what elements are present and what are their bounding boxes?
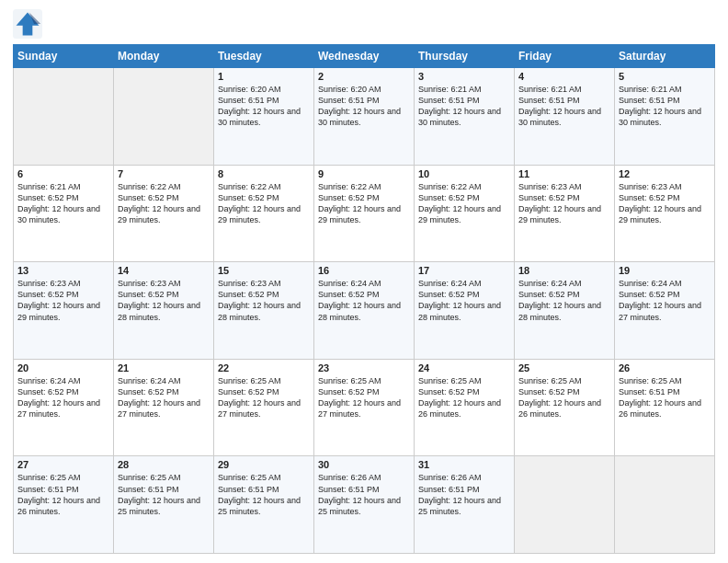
week-row-1: 1Sunrise: 6:20 AMSunset: 6:51 PMDaylight… (14, 68, 715, 166)
day-number: 21 (118, 362, 210, 373)
day-number: 5 (619, 71, 711, 82)
day-cell (615, 456, 715, 554)
day-number: 13 (17, 265, 109, 276)
day-cell: 15Sunrise: 6:23 AMSunset: 6:52 PMDayligh… (214, 262, 314, 360)
day-number: 12 (619, 168, 711, 179)
day-info: Sunrise: 6:21 AMSunset: 6:52 PMDaylight:… (17, 181, 109, 226)
day-cell: 8Sunrise: 6:22 AMSunset: 6:52 PMDaylight… (214, 165, 314, 262)
day-number: 18 (518, 265, 610, 276)
day-cell: 14Sunrise: 6:23 AMSunset: 6:52 PMDayligh… (114, 262, 214, 360)
day-cell: 26Sunrise: 6:25 AMSunset: 6:51 PMDayligh… (615, 359, 715, 456)
day-number: 8 (218, 168, 310, 179)
day-number: 22 (218, 362, 310, 373)
day-info: Sunrise: 6:22 AMSunset: 6:52 PMDaylight:… (418, 181, 510, 226)
day-cell: 9Sunrise: 6:22 AMSunset: 6:52 PMDaylight… (314, 165, 415, 262)
day-cell: 1Sunrise: 6:20 AMSunset: 6:51 PMDaylight… (214, 68, 314, 166)
day-info: Sunrise: 6:22 AMSunset: 6:52 PMDaylight:… (318, 181, 410, 226)
day-info: Sunrise: 6:23 AMSunset: 6:52 PMDaylight:… (118, 278, 210, 323)
day-info: Sunrise: 6:24 AMSunset: 6:52 PMDaylight:… (17, 375, 109, 420)
day-number: 2 (318, 71, 410, 82)
day-cell: 27Sunrise: 6:25 AMSunset: 6:51 PMDayligh… (14, 456, 114, 554)
week-row-3: 13Sunrise: 6:23 AMSunset: 6:52 PMDayligh… (14, 262, 715, 360)
day-info: Sunrise: 6:25 AMSunset: 6:52 PMDaylight:… (218, 375, 310, 420)
day-cell: 25Sunrise: 6:25 AMSunset: 6:52 PMDayligh… (515, 359, 615, 456)
day-info: Sunrise: 6:24 AMSunset: 6:52 PMDaylight:… (619, 278, 711, 323)
day-info: Sunrise: 6:26 AMSunset: 6:51 PMDaylight:… (318, 472, 410, 517)
day-cell: 29Sunrise: 6:25 AMSunset: 6:51 PMDayligh… (214, 456, 314, 554)
day-number: 17 (418, 265, 510, 276)
day-info: Sunrise: 6:24 AMSunset: 6:52 PMDaylight:… (518, 278, 610, 323)
day-info: Sunrise: 6:24 AMSunset: 6:52 PMDaylight:… (418, 278, 510, 323)
day-cell (114, 68, 214, 166)
day-number: 7 (118, 168, 210, 179)
day-cell: 12Sunrise: 6:23 AMSunset: 6:52 PMDayligh… (615, 165, 715, 262)
day-cell: 31Sunrise: 6:26 AMSunset: 6:51 PMDayligh… (415, 456, 515, 554)
day-cell (14, 68, 114, 166)
day-number: 3 (418, 71, 510, 82)
day-cell: 10Sunrise: 6:22 AMSunset: 6:52 PMDayligh… (415, 165, 515, 262)
col-header-friday: Friday (515, 45, 615, 68)
day-number: 1 (218, 71, 310, 82)
col-header-wednesday: Wednesday (314, 45, 415, 68)
day-cell: 24Sunrise: 6:25 AMSunset: 6:52 PMDayligh… (415, 359, 515, 456)
day-cell: 13Sunrise: 6:23 AMSunset: 6:52 PMDayligh… (14, 262, 114, 360)
col-header-sunday: Sunday (14, 45, 114, 68)
day-cell: 22Sunrise: 6:25 AMSunset: 6:52 PMDayligh… (214, 359, 314, 456)
day-cell: 18Sunrise: 6:24 AMSunset: 6:52 PMDayligh… (515, 262, 615, 360)
day-number: 26 (619, 362, 711, 373)
col-header-monday: Monday (114, 45, 214, 68)
day-number: 10 (418, 168, 510, 179)
day-number: 31 (418, 459, 510, 470)
day-cell: 3Sunrise: 6:21 AMSunset: 6:51 PMDaylight… (415, 68, 515, 166)
day-number: 11 (518, 168, 610, 179)
week-row-5: 27Sunrise: 6:25 AMSunset: 6:51 PMDayligh… (14, 456, 715, 554)
day-cell (515, 456, 615, 554)
day-cell: 30Sunrise: 6:26 AMSunset: 6:51 PMDayligh… (314, 456, 415, 554)
week-row-2: 6Sunrise: 6:21 AMSunset: 6:52 PMDaylight… (14, 165, 715, 262)
day-cell: 11Sunrise: 6:23 AMSunset: 6:52 PMDayligh… (515, 165, 615, 262)
day-cell: 16Sunrise: 6:24 AMSunset: 6:52 PMDayligh… (314, 262, 415, 360)
header-row: SundayMondayTuesdayWednesdayThursdayFrid… (14, 45, 715, 68)
day-number: 30 (318, 459, 410, 470)
day-info: Sunrise: 6:25 AMSunset: 6:51 PMDaylight:… (17, 472, 109, 517)
day-number: 16 (318, 265, 410, 276)
day-cell: 2Sunrise: 6:20 AMSunset: 6:51 PMDaylight… (314, 68, 415, 166)
day-number: 19 (619, 265, 711, 276)
day-number: 28 (118, 459, 210, 470)
day-info: Sunrise: 6:26 AMSunset: 6:51 PMDaylight:… (418, 472, 510, 517)
day-number: 27 (17, 459, 109, 470)
day-info: Sunrise: 6:20 AMSunset: 6:51 PMDaylight:… (218, 84, 310, 129)
day-number: 4 (518, 71, 610, 82)
day-info: Sunrise: 6:23 AMSunset: 6:52 PMDaylight:… (619, 181, 711, 226)
page: SundayMondayTuesdayWednesdayThursdayFrid… (0, 0, 728, 563)
day-number: 29 (218, 459, 310, 470)
day-cell: 23Sunrise: 6:25 AMSunset: 6:52 PMDayligh… (314, 359, 415, 456)
day-number: 23 (318, 362, 410, 373)
col-header-thursday: Thursday (415, 45, 515, 68)
day-info: Sunrise: 6:25 AMSunset: 6:51 PMDaylight:… (619, 375, 711, 420)
day-info: Sunrise: 6:22 AMSunset: 6:52 PMDaylight:… (218, 181, 310, 226)
day-number: 6 (17, 168, 109, 179)
day-info: Sunrise: 6:25 AMSunset: 6:51 PMDaylight:… (218, 472, 310, 517)
day-cell: 20Sunrise: 6:24 AMSunset: 6:52 PMDayligh… (14, 359, 114, 456)
col-header-tuesday: Tuesday (214, 45, 314, 68)
day-info: Sunrise: 6:25 AMSunset: 6:52 PMDaylight:… (418, 375, 510, 420)
day-info: Sunrise: 6:24 AMSunset: 6:52 PMDaylight:… (118, 375, 210, 420)
day-info: Sunrise: 6:21 AMSunset: 6:51 PMDaylight:… (418, 84, 510, 129)
day-cell: 19Sunrise: 6:24 AMSunset: 6:52 PMDayligh… (615, 262, 715, 360)
day-number: 20 (17, 362, 109, 373)
calendar-table: SundayMondayTuesdayWednesdayThursdayFrid… (13, 44, 715, 554)
logo-icon (13, 9, 42, 39)
day-info: Sunrise: 6:24 AMSunset: 6:52 PMDaylight:… (318, 278, 410, 323)
day-number: 9 (318, 168, 410, 179)
day-cell: 21Sunrise: 6:24 AMSunset: 6:52 PMDayligh… (114, 359, 214, 456)
day-number: 14 (118, 265, 210, 276)
day-cell: 6Sunrise: 6:21 AMSunset: 6:52 PMDaylight… (14, 165, 114, 262)
day-cell: 7Sunrise: 6:22 AMSunset: 6:52 PMDaylight… (114, 165, 214, 262)
day-number: 24 (418, 362, 510, 373)
day-info: Sunrise: 6:21 AMSunset: 6:51 PMDaylight:… (619, 84, 711, 129)
day-info: Sunrise: 6:20 AMSunset: 6:51 PMDaylight:… (318, 84, 410, 129)
day-info: Sunrise: 6:23 AMSunset: 6:52 PMDaylight:… (17, 278, 109, 323)
day-info: Sunrise: 6:25 AMSunset: 6:51 PMDaylight:… (118, 472, 210, 517)
header (13, 9, 715, 39)
